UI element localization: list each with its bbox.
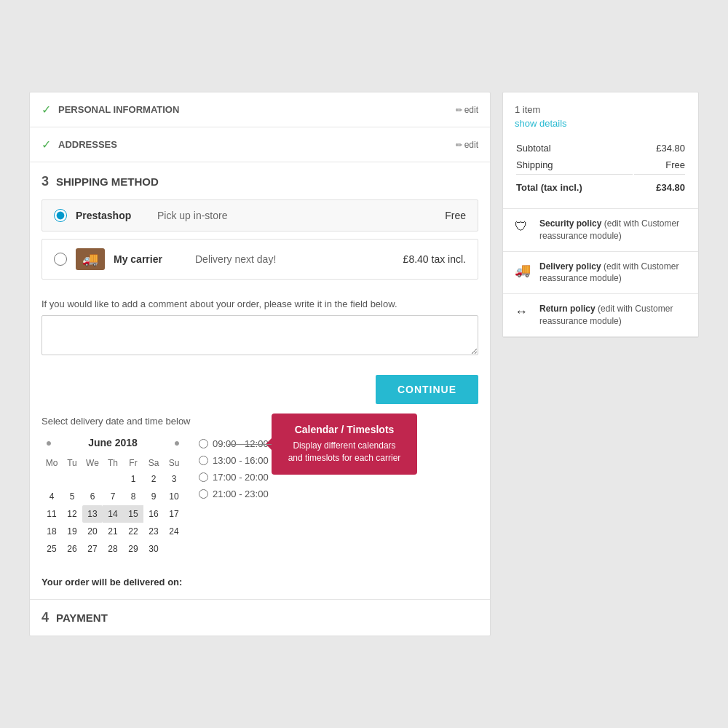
delivery-text: Your order will be delivered on: <box>41 577 182 587</box>
carrier-desc-prestashop: Pick up in-store <box>157 210 436 221</box>
cal-day[interactable]: 25 <box>41 540 62 558</box>
carrier-radio-prestashop[interactable] <box>54 209 67 222</box>
payment-section: 4 PAYMENT <box>30 599 490 636</box>
timeslot-1300[interactable]: 13:00 - 16:00 <box>199 455 269 466</box>
delivery-policy-text: Delivery policy (edit with Customer reas… <box>539 261 687 285</box>
comment-label: If you would like to add a comment about… <box>41 298 478 309</box>
carrier-name-prestashop: Prestashop <box>76 210 149 221</box>
carrier-option-mycarrier[interactable]: 🚚 My carrier Delivery next day! £8.40 ta… <box>41 239 478 280</box>
tooltip-title: Calendar / Timeslots <box>286 424 403 435</box>
cal-day[interactable]: 22 <box>123 523 143 540</box>
cal-day <box>62 470 82 488</box>
cal-day[interactable]: 6 <box>82 488 103 505</box>
shipping-row: Shipping Free <box>516 157 685 173</box>
calendar-month-year: June 2018 <box>88 437 138 448</box>
cal-day[interactable]: 13 <box>82 505 103 523</box>
timeslot-label-1300: 13:00 - 16:00 <box>213 455 269 466</box>
timeslot-2100[interactable]: 21:00 - 23:00 <box>199 488 269 499</box>
cal-day[interactable]: 11 <box>41 505 62 523</box>
cal-header-tu: Tu <box>62 456 82 470</box>
security-policy: 🛡 Security policy (edit with Customer re… <box>503 209 698 252</box>
shipping-title-row: 3 SHIPPING METHOD <box>41 174 478 189</box>
cal-day[interactable]: 4 <box>41 488 62 505</box>
timeslot-radio-1700[interactable] <box>199 472 208 482</box>
calendar-table: Mo Tu We Th Fr Sa Su 1234567891 <box>41 456 184 558</box>
cal-day[interactable]: 17 <box>164 505 184 523</box>
cal-day[interactable]: 3 <box>164 470 184 488</box>
cal-day[interactable]: 18 <box>41 523 62 540</box>
cal-day[interactable]: 21 <box>103 523 123 540</box>
cal-day[interactable]: 10 <box>164 488 184 505</box>
cal-header-su: Su <box>164 456 184 470</box>
total-label: Total (tax incl.) <box>516 174 633 195</box>
shipping-title: SHIPPING METHOD <box>56 175 159 188</box>
cal-day <box>41 470 62 488</box>
total-row: Total (tax incl.) £34.80 <box>516 174 685 195</box>
subtotal-value: £34.80 <box>634 141 685 156</box>
cal-day[interactable]: 23 <box>143 523 164 540</box>
cal-header-th: Th <box>103 456 123 470</box>
carrier-radio-mycarrier[interactable] <box>54 253 67 266</box>
addresses-title: ADDRESSES <box>58 139 456 150</box>
timeslot-radio-0900[interactable] <box>199 439 208 448</box>
cal-day[interactable]: 26 <box>62 540 82 558</box>
show-details-link[interactable]: show details <box>515 118 687 129</box>
timeslots-container: 09:00 - 12:00 13:00 - 16:00 17:00 - 20:0… <box>199 435 269 499</box>
cal-day[interactable]: 8 <box>123 488 143 505</box>
tooltip-line <box>228 444 272 445</box>
cal-day[interactable]: 29 <box>123 540 143 558</box>
cal-day[interactable]: 7 <box>103 488 123 505</box>
personal-info-edit-link[interactable]: edit <box>456 105 478 115</box>
timeslot-1700[interactable]: 17:00 - 20:00 <box>199 472 269 483</box>
cal-day[interactable]: 15 <box>123 505 143 523</box>
timeslot-radio-2100[interactable] <box>199 489 208 499</box>
cal-day[interactable]: 12 <box>62 505 82 523</box>
cal-day[interactable]: 14 <box>103 505 123 523</box>
cal-day[interactable]: 30 <box>143 540 164 558</box>
cal-day <box>82 470 103 488</box>
addresses-check-icon: ✓ <box>41 138 51 151</box>
shipping-value: Free <box>634 157 685 173</box>
order-summary: 1 item show details Subtotal £34.80 Ship… <box>503 92 698 209</box>
cal-header-mo: Mo <box>41 456 62 470</box>
shield-icon: 🛡 <box>515 219 532 234</box>
cal-day[interactable]: 28 <box>103 540 123 558</box>
page-wrapper: ✓ PERSONAL INFORMATION edit ✓ ADDRESSES … <box>0 0 728 728</box>
payment-title: PAYMENT <box>56 612 108 624</box>
continue-button[interactable]: CONTINUE <box>376 375 478 404</box>
cal-day[interactable]: 16 <box>143 505 164 523</box>
cal-day[interactable]: 5 <box>62 488 82 505</box>
timeslot-radio-1300[interactable] <box>199 456 208 465</box>
cal-header-sa: Sa <box>143 456 164 470</box>
return-policy: ↔ Return policy (edit with Customer reas… <box>503 294 698 337</box>
cal-day[interactable]: 2 <box>143 470 164 488</box>
subtotal-row: Subtotal £34.80 <box>516 141 685 156</box>
cal-day[interactable]: 27 <box>82 540 103 558</box>
personal-info-title: PERSONAL INFORMATION <box>58 104 456 115</box>
calendar-next-btn[interactable]: ● <box>170 435 184 450</box>
cal-day[interactable]: 9 <box>143 488 164 505</box>
timeslot-label-2100: 21:00 - 23:00 <box>213 488 269 499</box>
sidebar-totals-table: Subtotal £34.80 Shipping Free Total (tax… <box>515 139 687 197</box>
cal-header-fr: Fr <box>123 456 143 470</box>
subtotal-label: Subtotal <box>516 141 633 156</box>
comment-textarea[interactable] <box>41 315 478 355</box>
shipping-label: Shipping <box>516 157 633 173</box>
calendar-prev-btn[interactable]: ● <box>41 435 56 450</box>
carrier-price-prestashop: Free <box>445 210 466 221</box>
carrier-desc-mycarrier: Delivery next day! <box>195 253 395 265</box>
addresses-section: ✓ ADDRESSES edit <box>30 127 490 162</box>
carrier-option-prestashop[interactable]: Prestashop Pick up in-store Free <box>41 199 478 232</box>
calendar-timeslots-row: ● June 2018 ● Mo Tu We Th <box>41 435 478 558</box>
tooltip-desc: Display different calendars and timeslot… <box>286 440 403 464</box>
carrier-price-mycarrier: £8.40 tax incl. <box>403 253 466 265</box>
shipping-step-num: 3 <box>41 174 49 189</box>
personal-info-check-icon: ✓ <box>41 103 51 116</box>
cal-day[interactable]: 1 <box>123 470 143 488</box>
cal-day[interactable]: 24 <box>164 523 184 540</box>
addresses-edit-link[interactable]: edit <box>456 140 478 150</box>
tooltip-box: Calendar / Timeslots Display different c… <box>272 414 417 475</box>
calendar-nav: ● June 2018 ● <box>41 435 184 450</box>
cal-day[interactable]: 19 <box>62 523 82 540</box>
cal-day[interactable]: 20 <box>82 523 103 540</box>
